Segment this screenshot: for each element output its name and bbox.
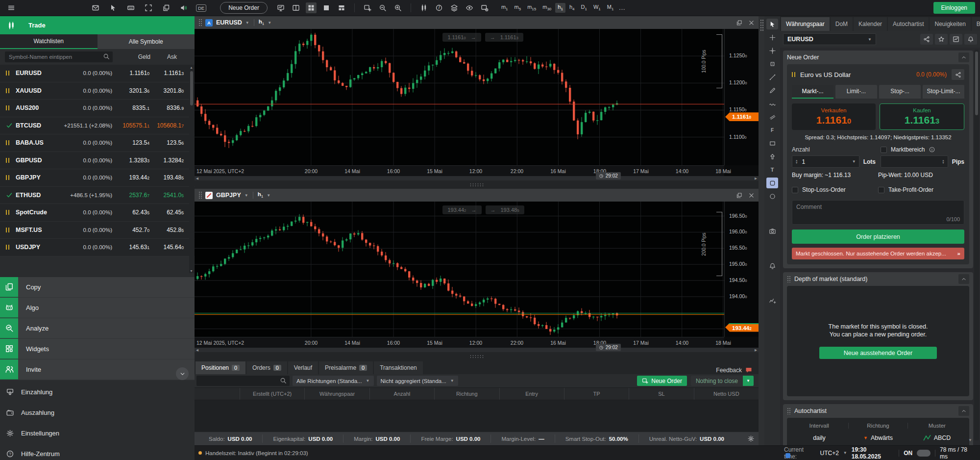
symbol-ask[interactable]: 1.11613	[149, 70, 184, 77]
table-column-header[interactable]: SL	[629, 388, 693, 400]
chart-buy-button[interactable]: →193.485	[486, 205, 524, 214]
symbol-row[interactable]: SpotCrude 0.0 (0.00%) 62.435 62.455	[0, 204, 195, 222]
symbol-select[interactable]: EURUSD▼	[783, 33, 876, 45]
bottom-tab[interactable]: Transaktionen	[374, 361, 423, 374]
timezone-select[interactable]: UTC+2	[820, 450, 838, 457]
table-column-header[interactable]: TP	[564, 388, 629, 400]
time-axis[interactable]: 12 Mai 2025, UTC+220:0014 Mai16:0015 Mai…	[195, 165, 724, 176]
timeframe-button[interactable]: W1	[591, 3, 603, 13]
chart-sell-button[interactable]: 193.442→	[442, 205, 481, 214]
tool-wave[interactable]	[766, 98, 778, 109]
layout-single-button[interactable]	[321, 2, 332, 13]
new-order-button-top[interactable]: Neue Order	[220, 2, 268, 14]
order-type-tab[interactable]: Markt-...	[792, 85, 833, 99]
symbol-row[interactable]: ETHUSD +486.5 (+1.95%) 2537.67 2541.05	[0, 187, 195, 204]
gear-icon[interactable]	[747, 435, 755, 442]
tab-all-symbols[interactable]: Alle Symbole	[98, 34, 195, 49]
zoom-out-button[interactable]	[377, 2, 388, 13]
symbol-ask[interactable]: 3201.80	[149, 87, 184, 94]
layout-split-button[interactable]	[291, 2, 301, 13]
right-panel-tab[interactable]: Benachricht	[972, 17, 980, 31]
symbol-row[interactable]: AUS200 0.0 (0.00%) 8335.1 8336.9	[0, 100, 195, 117]
right-panel-tab[interactable]: Währungspaar	[781, 17, 830, 31]
module-menu-item[interactable]: Widgets	[0, 339, 195, 359]
timeframe-button[interactable]: D1	[578, 3, 589, 13]
chart-plot[interactable]	[195, 202, 724, 337]
account-menu-item[interactable]: Einstellungen	[0, 423, 195, 443]
table-column-header[interactable]: Entry	[499, 388, 564, 400]
open-chart-button[interactable]	[950, 34, 962, 45]
account-menu-item[interactable]: ? Hilfe-Zentrum	[0, 443, 195, 460]
right-panel-scrollbar[interactable]	[974, 50, 979, 440]
tool-arrow[interactable]	[766, 151, 778, 162]
scroll-left-icon[interactable]: ◀	[196, 177, 198, 180]
symbol-bid[interactable]: 123.54	[112, 139, 149, 146]
bottom-tab[interactable]: Preisalarme0	[319, 361, 373, 374]
module-menu-item[interactable]: Copy	[0, 277, 195, 298]
close-icon[interactable]	[748, 20, 755, 26]
sell-button[interactable]: Verkaufen 1.11610	[792, 103, 876, 130]
tool-crosshair-sync[interactable]	[766, 45, 778, 56]
scroll-down-icon[interactable]: ▼	[190, 269, 193, 273]
module-menu-item[interactable]: Invite	[0, 359, 195, 380]
stop-loss-checkbox[interactable]	[792, 187, 798, 193]
symbol-ask[interactable]: 145.640	[149, 244, 184, 251]
timeframe-button[interactable]: h4	[567, 3, 577, 13]
module-menu-item[interactable]: Algo	[0, 298, 195, 318]
restore-window-icon[interactable]	[736, 192, 742, 199]
chart-window-button[interactable]	[275, 2, 286, 13]
chart-buy-button[interactable]: →1.11613	[485, 33, 523, 42]
drag-grip[interactable]	[198, 19, 202, 26]
symbol-bid[interactable]: 1.32833	[112, 157, 149, 164]
restore-window-icon[interactable]	[736, 20, 742, 26]
symbol-ask[interactable]: 452.85	[149, 227, 184, 233]
tab-watchlists[interactable]: Watchlisten	[0, 34, 98, 49]
right-panel-tab[interactable]: Neuigkeiten	[930, 17, 970, 31]
sound-button[interactable]	[178, 2, 189, 13]
close-positions-dropdown[interactable]: Nothing to close▼	[691, 376, 754, 386]
price-axis[interactable]: 1.125001.120001.115001.11000	[724, 29, 759, 165]
symbol-row[interactable]: BTCUSD +21551.1 (+2.08%) 105575.11 10560…	[0, 117, 195, 135]
share-symbol-button[interactable]	[952, 69, 964, 80]
place-order-button[interactable]: Order platzieren	[792, 230, 964, 244]
market-closed-warning[interactable]: Markt geschlossen. Nur ausstehende Order…	[792, 248, 964, 259]
chart-sell-button[interactable]: 1.11610→	[442, 33, 481, 42]
aggregation-filter-dropdown[interactable]: Nicht aggregiert (Standa...▼	[377, 376, 458, 386]
collapse-button[interactable]	[958, 52, 969, 62]
pips-ruler[interactable]: 100.0 Pips	[716, 34, 722, 88]
chart-type-button[interactable]	[418, 2, 429, 13]
symbol-ask[interactable]: 62.455	[149, 209, 184, 216]
feedback-button[interactable]: Feedback	[716, 366, 758, 374]
symbol-bid[interactable]: 2537.67	[112, 192, 149, 199]
chart-settings-button[interactable]	[479, 2, 490, 13]
layers-button[interactable]	[449, 2, 460, 13]
hotkeys-button[interactable]	[125, 2, 136, 13]
chevron-down-icon[interactable]: ▼	[268, 21, 271, 25]
layout-rows-button[interactable]	[336, 2, 347, 13]
main-menu-button[interactable]	[6, 2, 17, 13]
scroll-up-icon[interactable]: ▲	[190, 66, 193, 69]
symbol-row[interactable]: XAUUSD 0.0 (0.00%) 3201.36 3201.80	[0, 82, 195, 100]
scroll-down-icon[interactable]: ▼	[968, 438, 972, 442]
time-axis[interactable]: 12 Mai 2025, UTC+220:0014 Mai16:0015 Mai…	[195, 337, 724, 348]
vertical-splitter[interactable]	[759, 16, 764, 445]
symbol-ask[interactable]: 123.56	[149, 139, 184, 146]
cursor-settings-button[interactable]	[108, 2, 119, 13]
scroll-right-icon[interactable]: ▶	[755, 348, 757, 352]
chart-timeframe[interactable]: h1	[258, 192, 263, 199]
symbol-row[interactable]: USDJPY 0.0 (0.00%) 145.631 145.640	[0, 239, 195, 256]
buy-button[interactable]: Kaufen 1.11613	[880, 103, 964, 130]
stepper-arrows-icon[interactable]: ▲▼	[795, 159, 798, 164]
drag-grip[interactable]	[787, 408, 790, 414]
windows-button[interactable]	[161, 2, 172, 13]
symbol-ask[interactable]: 1.32842	[149, 157, 184, 164]
alert-button[interactable]	[964, 34, 977, 45]
table-column-header[interactable]: Richtung	[434, 388, 499, 400]
zoom-in-button[interactable]	[392, 2, 403, 13]
info-icon[interactable]	[929, 146, 935, 153]
pips-ruler[interactable]: 200.0 Pips	[716, 212, 722, 276]
symbol-bid[interactable]: 452.70	[112, 227, 149, 233]
sidebar-scrollbar[interactable]: ▲ ▼	[189, 65, 194, 273]
drag-grip[interactable]	[787, 276, 790, 282]
tool-trendline[interactable]	[766, 72, 778, 82]
